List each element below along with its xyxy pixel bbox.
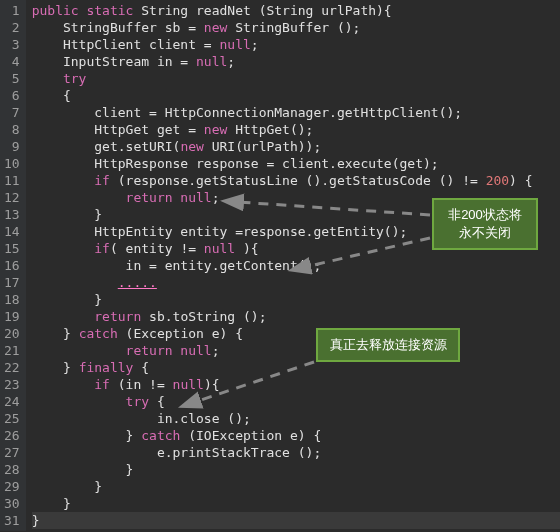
tok: [32, 241, 95, 256]
tok: [32, 71, 63, 86]
ln: 19: [4, 309, 20, 324]
ln: 11: [4, 173, 20, 188]
tok: [32, 190, 126, 205]
tok: {: [133, 360, 149, 375]
tok: (Exception e) {: [118, 326, 243, 341]
ln: 15: [4, 241, 20, 256]
code-line: }: [32, 478, 560, 495]
code-line: if (in != null){: [32, 376, 560, 393]
tok: public static: [32, 3, 142, 18]
tok: null: [173, 377, 204, 392]
code-editor: 1 2 3 4 5 6 7 8 9 10 11 12 13 14 15 16 1…: [0, 0, 560, 531]
tok: ){: [204, 377, 220, 392]
ln: 3: [12, 37, 20, 52]
tok: StringBuffer ();: [227, 20, 360, 35]
code-line: public static String readNet (String url…: [32, 2, 560, 19]
ln: 21: [4, 343, 20, 358]
tok: return null: [126, 190, 212, 205]
tok: HttpGet();: [227, 122, 313, 137]
tok: try: [126, 394, 149, 409]
ln: 23: [4, 377, 20, 392]
tok: ;: [251, 37, 259, 52]
tok: [32, 377, 95, 392]
ln: 1: [12, 3, 20, 18]
ln: 20: [4, 326, 20, 341]
tok: new: [204, 122, 227, 137]
code-line: }: [32, 461, 560, 478]
tok: ;: [212, 343, 220, 358]
code-line: e.printStackTrace ();: [32, 444, 560, 461]
code-line: HttpGet get = new HttpGet();: [32, 121, 560, 138]
code-line: client = HttpConnectionManager.getHttpCl…: [32, 104, 560, 121]
ln: 14: [4, 224, 20, 239]
tok: }: [32, 326, 79, 341]
tok: HttpClient client =: [32, 37, 220, 52]
tok: ){: [235, 241, 258, 256]
tok: null: [196, 54, 227, 69]
tok: StringBuffer sb =: [32, 20, 204, 35]
code-line: if (response.getStatusLine ().getStatusC…: [32, 172, 560, 189]
tok: }: [32, 428, 142, 443]
tok: .....: [118, 275, 157, 290]
code-line: return sb.toString ();: [32, 308, 560, 325]
code-line: try {: [32, 393, 560, 410]
ln: 13: [4, 207, 20, 222]
ln: 31: [4, 513, 20, 528]
tok: ( entity !=: [110, 241, 204, 256]
tok: String readNet (String urlPath){: [141, 3, 391, 18]
ln: 10: [4, 156, 20, 171]
tok: 200: [486, 173, 509, 188]
code-line: } catch (Exception e) {: [32, 325, 560, 342]
code-line: HttpResponse response = client.execute(g…: [32, 155, 560, 172]
code-line: InputStream in = null;: [32, 53, 560, 70]
annotation-callout-1: 非200状态将永不关闭: [432, 198, 538, 250]
tok: (in !=: [110, 377, 173, 392]
code-line: HttpClient client = null;: [32, 36, 560, 53]
tok: sb.toString ();: [141, 309, 266, 324]
ln: 6: [12, 88, 20, 103]
tok: return null: [126, 343, 212, 358]
tok: null: [204, 241, 235, 256]
code-line: return null;: [32, 342, 560, 359]
code-line: }: [32, 291, 560, 308]
tok: HttpGet get =: [32, 122, 204, 137]
ln: 5: [12, 71, 20, 86]
tok: new: [180, 139, 203, 154]
tok: if: [94, 241, 110, 256]
ln: 28: [4, 462, 20, 477]
tok: [32, 394, 126, 409]
tok: finally: [79, 360, 134, 375]
code-line: in.close ();: [32, 410, 560, 427]
ln: 12: [4, 190, 20, 205]
ln: 8: [12, 122, 20, 137]
code-area: public static String readNet (String url…: [26, 0, 560, 531]
tok: return: [94, 309, 141, 324]
ln: 30: [4, 496, 20, 511]
tok: ) {: [509, 173, 532, 188]
tok: [32, 343, 126, 358]
tok: null: [220, 37, 251, 52]
ln: 25: [4, 411, 20, 426]
ln: 29: [4, 479, 20, 494]
code-line: } catch (IOException e) {: [32, 427, 560, 444]
code-line: get.setURI(new URI(urlPath));: [32, 138, 560, 155]
ln: 26: [4, 428, 20, 443]
ln: 17: [4, 275, 20, 290]
ln: 27: [4, 445, 20, 460]
code-line: } finally {: [32, 359, 560, 376]
code-line: .....: [32, 274, 560, 291]
ln: 18: [4, 292, 20, 307]
tok: if: [94, 377, 110, 392]
ln: 9: [12, 139, 20, 154]
tok: if: [94, 173, 110, 188]
ln: 7: [12, 105, 20, 120]
tok: catch: [141, 428, 180, 443]
annotation-callout-2: 真正去释放连接资源: [316, 328, 460, 362]
tok: (IOException e) {: [180, 428, 321, 443]
code-line: in = entity.getContent();: [32, 257, 560, 274]
tok: {: [149, 394, 165, 409]
tok: }: [32, 360, 79, 375]
code-line: }: [32, 495, 560, 512]
tok: try: [63, 71, 86, 86]
code-line: try: [32, 70, 560, 87]
